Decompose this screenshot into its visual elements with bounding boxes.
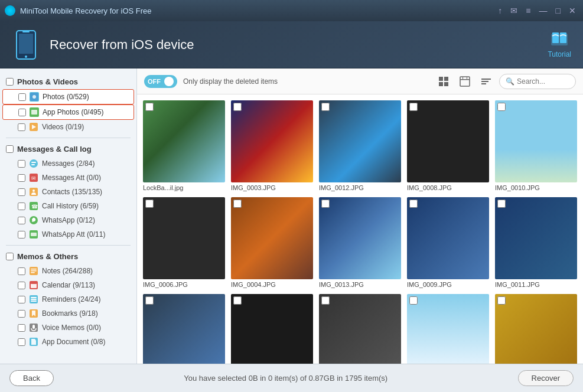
svg-rect-30: [31, 283, 37, 288]
sidebar-group-memos[interactable]: Memos & Others: [0, 249, 136, 264]
search-box[interactable]: 🔍: [499, 74, 576, 89]
sidebar-item-app-document[interactable]: App Document (0/8): [2, 335, 134, 349]
photo-checkbox-7[interactable]: [233, 200, 242, 208]
photo-thumb-1: [143, 100, 225, 182]
photo-checkbox-15[interactable]: [497, 296, 506, 305]
photo-item-11[interactable]: IMG_0014.JPG: [143, 294, 225, 364]
back-button[interactable]: Back: [9, 370, 54, 386]
sidebar-item-reminders[interactable]: Reminders (24/24): [2, 292, 134, 306]
photo-item-12[interactable]: IMG_0015.JPG: [231, 294, 313, 364]
sidebar-item-whatsapp[interactable]: WhatsApp (0/12): [2, 213, 134, 227]
messages-group-checkbox[interactable]: [6, 145, 14, 153]
sidebar-item-notes[interactable]: Notes (264/288): [2, 264, 134, 278]
mail-icon[interactable]: ✉: [508, 6, 520, 15]
whatsapp-att-checkbox[interactable]: [18, 231, 25, 239]
svg-rect-35: [31, 300, 37, 302]
sidebar-group-photos-videos[interactable]: Photos & Videos: [0, 74, 136, 89]
grid-view-button[interactable]: [435, 73, 452, 90]
app-document-checkbox[interactable]: [18, 338, 25, 346]
photo-checkbox-2[interactable]: [233, 103, 242, 111]
sidebar-group-messages[interactable]: Messages & Call log: [0, 142, 136, 156]
messages-checkbox[interactable]: [18, 160, 25, 168]
videos-checkbox[interactable]: [18, 123, 25, 131]
photo-checkbox-9[interactable]: [409, 200, 418, 208]
header: Recover from iOS device Tutorial: [0, 21, 583, 68]
close-button[interactable]: ✕: [566, 6, 578, 15]
voice-memos-checkbox[interactable]: [18, 324, 25, 332]
messages-att-checkbox[interactable]: [18, 174, 25, 182]
photo-item-7[interactable]: IMG_0004.JPG: [231, 197, 313, 288]
photo-item-15[interactable]: IMG_0018.JPG: [495, 294, 577, 364]
svg-rect-28: [31, 272, 35, 273]
photo-item-14[interactable]: IMG_0017.JPG: [407, 294, 489, 364]
whatsapp-checkbox[interactable]: [18, 217, 25, 224]
photo-checkbox-13[interactable]: [321, 296, 330, 305]
deleted-items-toggle[interactable]: OFF: [144, 75, 177, 88]
contacts-checkbox[interactable]: [18, 188, 25, 196]
notes-checkbox[interactable]: [18, 267, 25, 275]
photo-checkbox-6[interactable]: [145, 200, 154, 208]
whatsapp-icon: [29, 215, 38, 225]
photo-checkbox-10[interactable]: [497, 200, 506, 208]
svg-rect-38: [32, 325, 35, 329]
photo-checkbox-8[interactable]: [321, 200, 330, 208]
app-photos-label: App Photos (0/495): [43, 108, 103, 116]
sidebar-item-app-photos[interactable]: App Photos (0/495): [2, 104, 134, 120]
photo-thumb-7: [231, 197, 313, 279]
tutorial-button[interactable]: Tutorial: [548, 31, 571, 58]
whatsapp-att-icon: [29, 230, 38, 239]
photo-checkbox-3[interactable]: [321, 103, 330, 111]
sidebar-item-contacts[interactable]: Contacts (135/135): [2, 185, 134, 199]
sort-button[interactable]: [478, 73, 494, 90]
calendar-view-button[interactable]: [457, 73, 473, 90]
photo-item-9[interactable]: IMG_0009.JPG: [407, 197, 489, 288]
photo-item-8[interactable]: IMG_0013.JPG: [319, 197, 401, 288]
sidebar-item-photos[interactable]: Photos (0/529): [2, 89, 134, 104]
title-bar-text: MiniTool Mobile Recovery for iOS Free: [20, 6, 496, 15]
photo-checkbox-11[interactable]: [145, 296, 154, 305]
app-photos-checkbox[interactable]: [18, 109, 26, 116]
photo-label-7: IMG_0004.JPG: [231, 281, 313, 288]
photos-videos-label: Photos & Videos: [17, 77, 78, 86]
photo-checkbox-5[interactable]: [497, 103, 506, 111]
photo-item-6[interactable]: IMG_0006.JPG: [143, 197, 225, 288]
calendar-icon: [29, 280, 38, 290]
svg-rect-14: [31, 162, 36, 163]
sidebar-item-voice-memos[interactable]: Voice Memos (0/0): [2, 321, 134, 335]
messages-att-label: Messages Att (0/0): [42, 174, 101, 182]
photo-item-2[interactable]: IMG_0003.JPG: [231, 100, 313, 191]
photos-checkbox[interactable]: [18, 93, 26, 101]
menu-icon[interactable]: ≡: [523, 6, 533, 15]
upload-icon[interactable]: ↑: [496, 6, 504, 15]
reminders-checkbox[interactable]: [18, 296, 25, 303]
photo-item-4[interactable]: IMG_0008.JPG: [407, 100, 489, 191]
photo-item-3[interactable]: IMG_0012.JPG: [319, 100, 401, 191]
photos-videos-checkbox[interactable]: [6, 78, 14, 86]
sidebar-item-whatsapp-att[interactable]: WhatsApp Att (0/11): [2, 227, 134, 241]
photo-checkbox-14[interactable]: [409, 296, 418, 305]
memos-group-checkbox[interactable]: [6, 253, 14, 260]
svg-rect-44: [460, 77, 470, 86]
minimize-button[interactable]: —: [537, 6, 550, 15]
photo-item-5[interactable]: IMG_0010.JPG: [495, 100, 577, 191]
call-history-checkbox[interactable]: [18, 202, 25, 210]
search-input[interactable]: [517, 77, 569, 86]
photo-item-13[interactable]: IMG_0016.JPG: [319, 294, 401, 364]
calendar-checkbox[interactable]: [18, 282, 25, 289]
sidebar-item-call-history[interactable]: ☎ Call History (6/59): [2, 199, 134, 213]
sidebar-item-messages[interactable]: Messages (2/84): [2, 156, 134, 171]
bookmarks-checkbox[interactable]: [18, 310, 25, 318]
photo-checkbox-1[interactable]: [145, 103, 154, 111]
sidebar-item-messages-att[interactable]: ✉ Messages Att (0/0): [2, 171, 134, 185]
photo-checkbox-12[interactable]: [233, 296, 242, 305]
maximize-button[interactable]: □: [553, 6, 563, 15]
photo-checkbox-4[interactable]: [409, 103, 418, 111]
recover-button[interactable]: Recover: [518, 370, 574, 386]
sidebar-item-calendar[interactable]: Calendar (9/113): [2, 278, 134, 292]
photo-item-10[interactable]: IMG_0011.JPG: [495, 197, 577, 288]
svg-rect-33: [31, 297, 37, 298]
photo-item-1[interactable]: LockBa...il.jpg: [143, 100, 225, 191]
sidebar-item-bookmarks[interactable]: Bookmarks (9/18): [2, 306, 134, 321]
photo-thumb-8: [319, 197, 401, 279]
sidebar-item-videos[interactable]: Videos (0/19): [2, 120, 134, 134]
